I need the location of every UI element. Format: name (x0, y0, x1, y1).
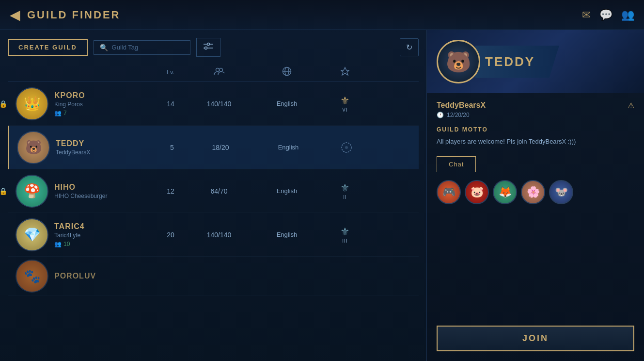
guild-members: 140/140 (190, 100, 248, 108)
guild-subtitle: Taric4Lyfe (54, 232, 85, 239)
guild-members-badge: 👥 7 (54, 110, 85, 116)
guild-row-kporo[interactable]: 🔒 👑 KPORO King Poros 👥 7 14 140/140 Engl… (8, 82, 419, 126)
header-icons: ✉ 💬 👥 (582, 9, 634, 21)
emblem-rank: VI (342, 107, 347, 113)
chat-button[interactable]: Chat (437, 156, 476, 172)
svg-point-12 (345, 146, 348, 149)
warning-icon[interactable]: ⚠ (628, 101, 634, 110)
left-panel: CREATE GUILD 🔍 ↻ Lv. (0, 30, 426, 361)
mail-icon[interactable]: ✉ (582, 9, 591, 21)
emblem-icon: ⚜ (340, 226, 350, 238)
chat-icon[interactable]: 💬 (599, 9, 613, 21)
guild-banner-avatar: 🐻 (437, 40, 480, 83)
guild-members: 64/70 (190, 187, 248, 195)
guild-owner: TeddyBearsX (437, 101, 486, 110)
back-button[interactable]: ◀ (10, 7, 20, 23)
guild-avatar: 🍄 (16, 175, 48, 208)
guild-name-col: 🐾 POROLUV (16, 260, 151, 293)
guild-banner-name: TEDDY (485, 54, 535, 69)
search-input[interactable] (112, 44, 184, 51)
svg-point-7 (220, 68, 223, 72)
join-btn-container: JOIN (427, 326, 644, 361)
guild-banner: 🐻 TEDDY (427, 30, 644, 93)
guild-date-value: 12/20/20 (447, 112, 470, 118)
svg-point-0 (207, 43, 209, 46)
member-avatar[interactable]: 🎮 (437, 180, 461, 204)
guild-name: HIHO (54, 183, 107, 192)
guild-emblem (327, 142, 366, 153)
lock-icon: 🔒 (0, 100, 7, 108)
guild-row-hiho[interactable]: 🔒 🍄 HIHO HIHO Cheeseburger 12 64/70 Engl… (8, 169, 419, 213)
join-button[interactable]: JOIN (437, 326, 634, 351)
guild-info: HIHO HIHO Cheeseburger (54, 183, 107, 199)
guild-name-col: 💎 TARIC4 Taric4Lyfe 👥 10 (16, 218, 151, 251)
filter-button[interactable] (196, 38, 220, 57)
members-online-icon: 👥 (54, 110, 62, 116)
guild-name: POROLUV (54, 272, 96, 280)
guild-info: POROLUV (54, 272, 96, 280)
guild-name-col: 🐻 TEDDY TeddyBearsX (17, 131, 153, 164)
th-emblem (326, 66, 364, 78)
guild-name: TARIC4 (54, 222, 85, 231)
refresh-button[interactable]: ↻ (400, 38, 419, 56)
th-language (248, 66, 326, 78)
guild-avatar: 🐾 (16, 260, 48, 293)
th-level: Lv. (151, 68, 190, 76)
guild-name: TEDDY (56, 139, 90, 148)
guild-level: 12 (151, 187, 190, 195)
guild-language: English (248, 187, 326, 195)
guild-emblem: ⚜ III (326, 226, 364, 244)
guild-level: 5 (153, 144, 191, 151)
guild-members: 140/140 (190, 231, 248, 239)
create-guild-button[interactable]: CREATE GUILD (8, 39, 88, 56)
guild-language: English (248, 100, 326, 107)
friends-icon[interactable]: 👥 (621, 9, 634, 21)
members-online-count: 10 (63, 241, 70, 247)
emblem-icon: ⚜ (340, 182, 350, 195)
member-avatars: 🎮 🐷 🦊 🌸 🐭 (437, 180, 634, 204)
member-avatar[interactable]: 🐷 (465, 180, 489, 204)
guild-avatar: 🐻 (17, 131, 50, 164)
emblem-rank: III (342, 238, 347, 244)
guild-subtitle: TeddyBearsX (56, 149, 90, 156)
guild-avatar: 👑 (16, 87, 48, 120)
guild-level: 20 (151, 231, 190, 239)
search-box: 🔍 (94, 40, 190, 55)
guild-details: TeddyBearsX 🕐 12/20/20 ⚠ GUILD MOTTO All… (427, 93, 644, 326)
svg-point-6 (216, 68, 220, 72)
guild-emblem: ⚜ II (326, 182, 364, 200)
guild-name-col: 🔒 👑 KPORO King Poros 👥 7 (16, 87, 151, 120)
guild-motto-title: GUILD MOTTO (437, 126, 634, 133)
guild-date: 🕐 12/20/20 (437, 112, 486, 118)
main-container: CREATE GUILD 🔍 ↻ Lv. (0, 30, 644, 361)
guild-row-taric4[interactable]: 💎 TARIC4 Taric4Lyfe 👥 10 20 140/140 Engl… (8, 213, 419, 257)
guild-info: TEDDY TeddyBearsX (56, 139, 90, 156)
guild-level: 14 (151, 100, 190, 108)
member-avatar[interactable]: 🌸 (521, 180, 545, 204)
guild-language: English (248, 231, 326, 238)
emblem-rank: II (343, 195, 347, 200)
svg-point-3 (204, 47, 207, 49)
emblem-icon: ⚜ (340, 95, 350, 107)
th-members (190, 67, 248, 77)
guild-banner-name-box: TEDDY (475, 46, 559, 78)
header-left: ◀ GUILD FINDER (10, 7, 120, 23)
guild-members-badge: 👥 10 (54, 241, 85, 247)
search-icon: 🔍 (100, 44, 108, 51)
guild-emblem: ⚜ VI (326, 95, 364, 113)
guild-subtitle: HIHO Cheeseburger (54, 193, 107, 199)
member-avatar[interactable]: 🐭 (549, 180, 573, 204)
guild-row-teddy[interactable]: 🐻 TEDDY TeddyBearsX 5 18/20 English (8, 126, 419, 169)
lock-icon: 🔒 (0, 187, 7, 195)
table-header: Lv. (8, 63, 419, 82)
page-title: GUILD FINDER (27, 9, 120, 21)
header: ◀ GUILD FINDER ✉ 💬 👥 (0, 0, 644, 30)
guild-subtitle: King Poros (54, 101, 85, 108)
members-online-icon: 👥 (54, 241, 62, 247)
guild-row-poroluv[interactable]: 🐾 POROLUV (8, 257, 419, 296)
member-avatar[interactable]: 🦊 (493, 180, 517, 204)
clock-icon: 🕐 (437, 112, 444, 118)
toolbar: CREATE GUILD 🔍 ↻ (8, 38, 419, 57)
guild-members: 18/20 (191, 144, 250, 151)
guild-name-col: 🔒 🍄 HIHO HIHO Cheeseburger (16, 175, 151, 208)
